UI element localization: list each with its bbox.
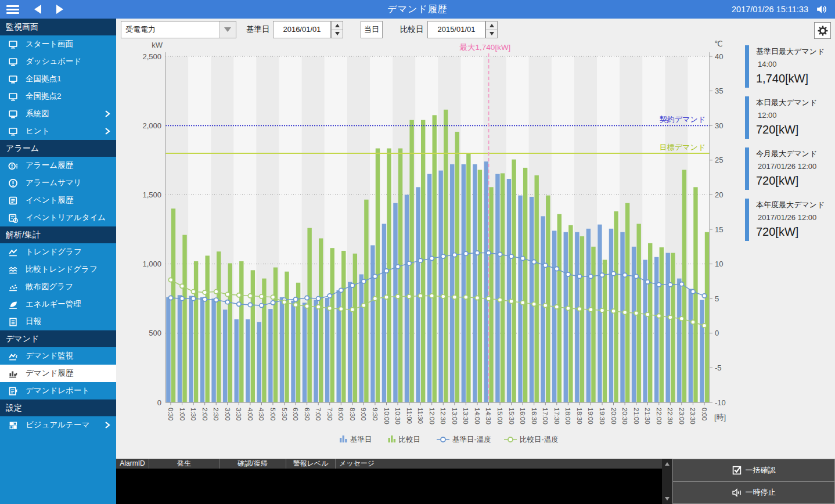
- svg-text:4:30: 4:30: [258, 408, 265, 420]
- card-title: 本日最大デマンド: [756, 96, 835, 108]
- svg-text:16:00: 16:00: [519, 408, 526, 424]
- svg-text:20: 20: [715, 190, 723, 199]
- svg-text:0: 0: [715, 329, 719, 337]
- svg-text:3:00: 3:00: [224, 408, 231, 420]
- card-accent-bar: [745, 45, 749, 88]
- sidebar-item-label: 全国拠点1: [26, 74, 62, 84]
- caret-down-icon: [224, 27, 231, 32]
- scroll-up-button[interactable]: [662, 460, 672, 468]
- sidebar-item[interactable]: アラームサマリ: [0, 174, 116, 192]
- sidebar-item-label: デマンド履歴: [26, 368, 73, 379]
- sidebar-item[interactable]: 日報: [0, 313, 116, 330]
- down-icon: [335, 32, 340, 35]
- dropdown-caret[interactable]: [219, 21, 236, 38]
- sidebar-item[interactable]: 全国拠点1: [0, 70, 116, 88]
- event-history-icon: [8, 196, 18, 206]
- sidebar-item[interactable]: スタート画面: [0, 35, 116, 53]
- page-title: デマンド履歴: [0, 3, 835, 16]
- svg-text:15: 15: [715, 225, 723, 234]
- settings-button[interactable]: [814, 22, 831, 39]
- sidebar-item[interactable]: イベントリアルタイム: [0, 209, 116, 226]
- base-date-input[interactable]: 2016/01/01: [273, 21, 331, 38]
- compare-date-up-button[interactable]: [485, 21, 498, 30]
- alarm-column-header: 発生: [149, 459, 219, 469]
- svg-text:13:00: 13:00: [451, 408, 458, 424]
- compare-date-input[interactable]: 2015/01/01: [427, 21, 485, 38]
- max-demand-panel: 基準日最大デマンド14:001,740[kW]本日最大デマンド12:00720[…: [745, 45, 835, 250]
- svg-text:30: 30: [715, 121, 723, 130]
- svg-text:6:00: 6:00: [292, 408, 299, 420]
- sidebar-item[interactable]: 全国拠点2: [0, 88, 116, 105]
- svg-text:-5: -5: [715, 363, 722, 372]
- card-time: 12:00: [756, 108, 835, 120]
- svg-text:19:30: 19:30: [599, 408, 606, 424]
- sidebar: 監視画面スタート画面ダッシュボード全国拠点1全国拠点2系統図ヒントアラームアラー…: [0, 19, 116, 504]
- sidebar-item[interactable]: ダッシュボード: [0, 53, 116, 70]
- svg-text:7:30: 7:30: [326, 408, 333, 420]
- trend-icon: [8, 247, 18, 257]
- svg-text:10:30: 10:30: [394, 408, 401, 424]
- sidebar-item[interactable]: アラーム履歴: [0, 157, 116, 174]
- pause-button[interactable]: 一時停止: [672, 482, 835, 504]
- sidebar-item[interactable]: イベント履歴: [0, 192, 116, 209]
- sidebar-item[interactable]: ビジュアルテーマ: [0, 416, 116, 434]
- svg-text:基準日: 基準日: [350, 435, 372, 444]
- sidebar-item[interactable]: トレンドグラフ: [0, 243, 116, 261]
- svg-text:0: 0: [157, 398, 161, 407]
- sidebar-section-header: アラーム: [0, 140, 116, 157]
- up-icon: [490, 24, 494, 27]
- base-date-up-button[interactable]: [331, 21, 343, 30]
- svg-text:40: 40: [715, 52, 723, 61]
- demand-history-icon: [8, 369, 18, 379]
- sidebar-item[interactable]: デマンド履歴: [0, 365, 116, 382]
- svg-text:20:00: 20:00: [610, 408, 617, 424]
- svg-text:2:30: 2:30: [213, 408, 219, 420]
- sidebar-item[interactable]: エネルギー管理: [0, 296, 116, 313]
- svg-text:5:00: 5:00: [269, 408, 276, 420]
- card-time: 2017/01/26 12:00: [756, 210, 835, 222]
- batch-confirm-button[interactable]: 一括確認: [672, 459, 835, 482]
- alarm-scrollbar[interactable]: [662, 459, 672, 504]
- svg-text:25: 25: [715, 156, 723, 164]
- alarm-history-icon: [8, 161, 18, 171]
- svg-text:契約デマンド: 契約デマンド: [660, 115, 706, 124]
- alarm-column-header: 確認/復帰: [219, 459, 286, 469]
- sidebar-item[interactable]: デマンドレポート: [0, 382, 116, 399]
- svg-text:[時]: [時]: [714, 413, 726, 422]
- sidebar-item-label: ヒント: [26, 126, 49, 136]
- alarm-table-body: [116, 469, 662, 504]
- max-demand-card: 今月最大デマンド2017/01/26 12:00720[kW]: [745, 147, 835, 190]
- scroll-down-button[interactable]: [662, 495, 672, 503]
- main-content: 受電電力 基準日 2016/01/01 当日 比較日 2015/01/01 目標…: [116, 19, 835, 504]
- measure-select[interactable]: 受電電力: [121, 21, 236, 38]
- svg-text:19:00: 19:00: [587, 408, 594, 424]
- scroll-up-icon: [665, 462, 670, 466]
- svg-text:℃: ℃: [714, 41, 723, 48]
- base-date-down-button[interactable]: [331, 30, 343, 39]
- energy-icon: [8, 300, 18, 309]
- trend-compare-icon: [8, 265, 18, 275]
- sidebar-item-label: ビジュアルテーマ: [26, 420, 89, 430]
- monitor-icon: [8, 74, 18, 84]
- svg-text:22:30: 22:30: [667, 408, 674, 424]
- sidebar-item[interactable]: デマンド監視: [0, 347, 116, 365]
- svg-text:10:00: 10:00: [383, 408, 390, 424]
- alarm-actions: 一括確認 一時停止: [672, 459, 835, 504]
- sidebar-item[interactable]: 比較トレンドグラフ: [0, 261, 116, 278]
- clock: 2017/01/26 15:11:33: [732, 5, 808, 14]
- today-button[interactable]: 当日: [361, 21, 383, 38]
- monitor-icon: [8, 39, 18, 49]
- demand-report-icon: [8, 386, 18, 396]
- sidebar-item[interactable]: 散布図グラフ: [0, 278, 116, 296]
- alarm-summary-icon: [8, 178, 18, 188]
- sidebar-item-label: イベント履歴: [26, 195, 73, 206]
- svg-text:22:00: 22:00: [656, 408, 663, 424]
- sidebar-item[interactable]: ヒント: [0, 123, 116, 140]
- sidebar-item[interactable]: 系統図: [0, 105, 116, 123]
- scatter-icon: [8, 282, 18, 292]
- svg-text:500: 500: [149, 329, 161, 337]
- compare-date-down-button[interactable]: [485, 30, 498, 39]
- speaker-icon[interactable]: [815, 4, 828, 15]
- svg-text:6:30: 6:30: [304, 408, 311, 420]
- card-time: 14:00: [756, 57, 835, 69]
